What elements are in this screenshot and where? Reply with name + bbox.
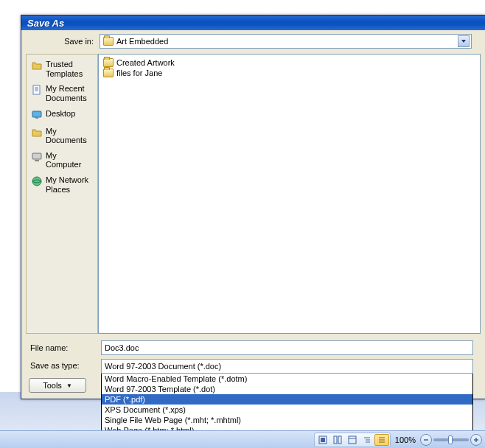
chevron-down-icon[interactable] — [458, 35, 470, 47]
type-option[interactable]: Word Macro-Enabled Template (*.dotm) — [102, 374, 472, 384]
svg-rect-5 — [35, 117, 38, 119]
svg-rect-12 — [338, 436, 341, 444]
outline-view-icon[interactable] — [360, 434, 374, 446]
folder-icon — [103, 69, 114, 77]
zoom-level-text[interactable]: 100% — [392, 435, 419, 444]
print-layout-view-icon[interactable] — [315, 434, 330, 446]
places-item-recent[interactable]: My Recent Documents — [28, 82, 96, 105]
save-as-type-value: Word 97-2003 Document (*.doc) — [105, 362, 221, 371]
chevron-down-icon: ▼ — [66, 382, 72, 389]
place-label: My Recent Documents — [46, 84, 94, 102]
save-as-type-label: Save as type: — [27, 359, 101, 370]
dialog-body: Save in: Art Embedded Trusted TemplatesM… — [21, 30, 485, 399]
places-item-desktop[interactable]: Desktop — [28, 107, 96, 123]
recent-icon — [31, 84, 43, 96]
svg-point-8 — [32, 177, 41, 186]
type-option[interactable]: Single File Web Page (*.mht; *.mhtml) — [102, 415, 472, 425]
save-in-row: Save in: Art Embedded — [26, 33, 481, 49]
zoom-slider[interactable] — [433, 438, 469, 441]
save-as-type-row: Save as type: Word 97-2003 Document (*.d… — [27, 359, 481, 436]
desktop-icon — [31, 109, 43, 121]
tools-label: Tools — [43, 381, 62, 390]
full-screen-reading-view-icon[interactable] — [330, 434, 345, 446]
place-label: Desktop — [46, 109, 75, 119]
dialog-title: Save As — [27, 18, 64, 29]
file-item[interactable]: files for Jane — [102, 68, 477, 78]
save-as-type-dropdown[interactable]: Word Macro-Enabled Template (*.dotm)Word… — [101, 374, 473, 436]
dialog-titlebar[interactable]: Save As — [21, 15, 485, 30]
place-label: Trusted Templates — [46, 60, 94, 78]
type-option[interactable]: XPS Document (*.xps) — [102, 405, 472, 415]
svg-rect-13 — [349, 436, 356, 444]
place-label: My Computer — [46, 151, 94, 169]
zoom-out-button[interactable] — [420, 434, 432, 446]
places-bar: Trusted TemplatesMy Recent DocumentsDesk… — [26, 54, 98, 334]
file-name-input[interactable] — [101, 340, 473, 355]
places-item-folder-docs[interactable]: My Documents — [28, 125, 96, 147]
folder-trusted-icon — [31, 60, 43, 71]
web-layout-view-icon[interactable] — [345, 434, 360, 446]
zoom-in-button[interactable] — [470, 434, 482, 446]
type-option[interactable]: Word 97-2003 Template (*.dot) — [102, 384, 472, 394]
tools-button[interactable]: Tools ▼ — [29, 378, 86, 393]
folder-icon — [103, 58, 114, 67]
main-area: Trusted TemplatesMy Recent DocumentsDesk… — [26, 54, 481, 334]
svg-rect-11 — [334, 436, 337, 444]
type-option[interactable]: PDF (*.pdf) — [102, 394, 472, 405]
svg-rect-4 — [32, 111, 41, 117]
draft-view-icon[interactable] — [374, 434, 389, 446]
folder-docs-icon — [31, 127, 43, 139]
file-name: Created Artwork — [116, 58, 175, 67]
places-item-network[interactable]: My Network Places — [28, 173, 96, 196]
status-bar: 100% — [0, 430, 485, 448]
file-item[interactable]: Created Artwork — [102, 57, 477, 68]
file-name: files for Jane — [116, 69, 162, 77]
folder-icon — [103, 37, 114, 46]
view-buttons-group — [314, 433, 391, 447]
bottom-fields: File name: Save as type: Word 97-2003 Do… — [26, 340, 481, 436]
save-in-combo[interactable]: Art Embedded — [100, 34, 472, 49]
network-icon — [31, 175, 43, 187]
zoom-slider-thumb[interactable] — [448, 435, 453, 444]
places-item-computer[interactable]: My Computer — [28, 149, 96, 172]
place-label: My Network Places — [46, 175, 94, 194]
file-list-pane[interactable]: Created Artworkfiles for Jane — [98, 54, 481, 334]
save-as-dialog: Save As Save in: Art Embedded Trusted Te… — [21, 15, 485, 399]
save-as-type-combo[interactable]: Word 97-2003 Document (*.doc) — [101, 359, 473, 374]
place-label: My Documents — [46, 127, 94, 145]
svg-rect-10 — [321, 438, 325, 442]
save-in-label: Save in: — [26, 37, 100, 46]
computer-icon — [31, 151, 43, 163]
svg-rect-6 — [32, 153, 41, 159]
file-name-label: File name: — [27, 343, 101, 352]
save-in-value: Art Embedded — [116, 37, 168, 46]
svg-rect-7 — [35, 160, 39, 161]
places-item-folder-trusted[interactable]: Trusted Templates — [28, 57, 96, 80]
file-name-row: File name: — [27, 340, 481, 356]
svg-rect-0 — [33, 85, 40, 94]
